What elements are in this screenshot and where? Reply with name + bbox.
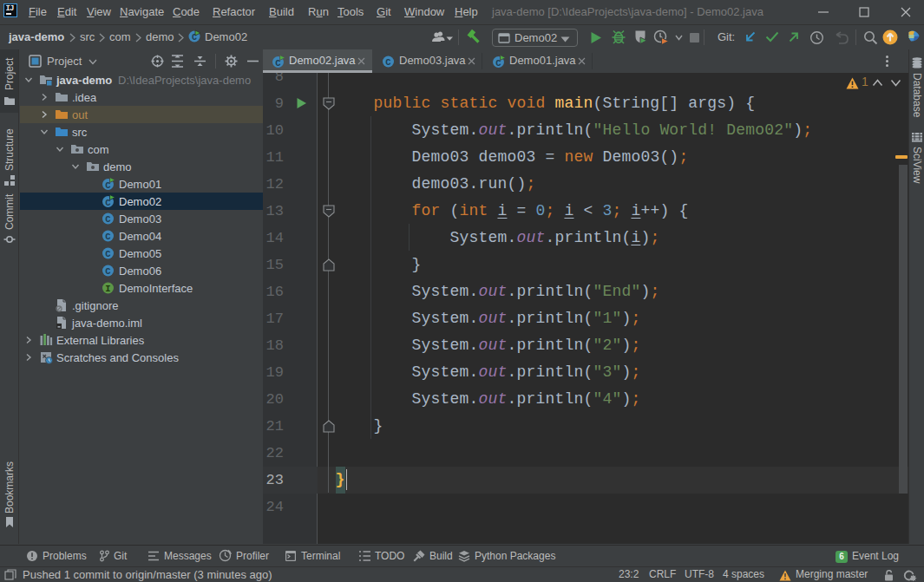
svg-text:C: C: [105, 232, 111, 242]
svg-text:C: C: [105, 266, 111, 277]
svg-text:C: C: [105, 249, 111, 259]
svg-text:C: C: [385, 57, 391, 68]
svg-text:I: I: [105, 284, 110, 294]
svg-text:C: C: [105, 214, 111, 225]
